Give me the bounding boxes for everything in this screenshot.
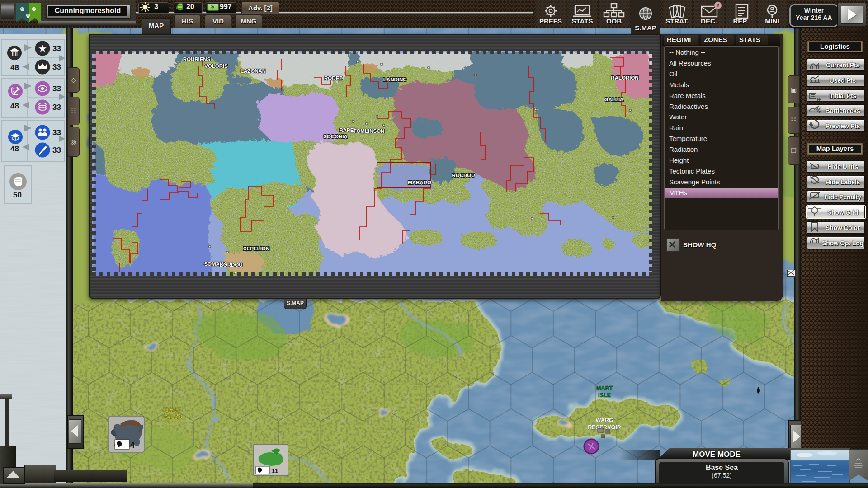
svg-text:11: 11	[271, 467, 278, 474]
svg-text:VOLORIS: VOLORIS	[204, 63, 228, 69]
svg-text:MINI: MINI	[765, 17, 779, 25]
svg-text:DEC.: DEC.	[701, 17, 717, 25]
svg-text:WARG: WARG	[596, 417, 613, 423]
svg-text:LANDING: LANDING	[383, 77, 407, 82]
svg-text:RALORION: RALORION	[611, 75, 638, 80]
svg-text:MART: MART	[596, 385, 613, 391]
svg-text:ROURIENS: ROURIENS	[183, 56, 211, 62]
svg-text:RODEZ: RODEZ	[324, 75, 342, 81]
svg-text:33: 33	[52, 103, 61, 112]
svg-text:48: 48	[10, 63, 19, 72]
svg-text:STATS: STATS	[572, 17, 593, 25]
svg-text:XEPELION: XEPELION	[243, 246, 269, 251]
svg-text:SOCONIA: SOCONIA	[323, 134, 348, 139]
svg-text:S.MAP: S.MAP	[635, 24, 656, 32]
svg-text:4: 4	[130, 441, 135, 450]
svg-text:48: 48	[10, 145, 19, 153]
svg-text:REP.: REP.	[733, 17, 748, 25]
svg-text:PREFS: PREFS	[539, 17, 562, 25]
svg-text:2: 2	[717, 3, 719, 8]
svg-text:33: 33	[52, 44, 61, 53]
svg-text:ROCHOU: ROCHOU	[452, 173, 475, 178]
svg-text:33: 33	[52, 146, 61, 155]
svg-text:BORDOU: BORDOU	[219, 262, 242, 267]
svg-text:MABARO: MABARO	[408, 180, 431, 185]
svg-text:GALLIA: GALLIA	[604, 97, 624, 102]
svg-text:33: 33	[52, 128, 61, 137]
svg-text:★: ★	[38, 43, 47, 54]
svg-text:TOMLINSON: TOMLINSON	[354, 128, 385, 134]
svg-text:33: 33	[52, 63, 61, 71]
svg-text:WILDS: WILDS	[164, 414, 182, 420]
svg-text:ISLE: ISLE	[598, 392, 611, 399]
svg-text:33: 33	[52, 84, 61, 93]
svg-text:STRAT.: STRAT.	[665, 17, 689, 25]
svg-text:OOB: OOB	[606, 17, 622, 25]
svg-text:LAZONAN: LAZONAN	[241, 68, 266, 74]
svg-text:50: 50	[13, 191, 22, 199]
svg-text:48: 48	[10, 102, 19, 110]
svg-text:DHAT: DHAT	[165, 407, 181, 413]
svg-text:RESERVOIR: RESERVOIR	[588, 424, 621, 431]
